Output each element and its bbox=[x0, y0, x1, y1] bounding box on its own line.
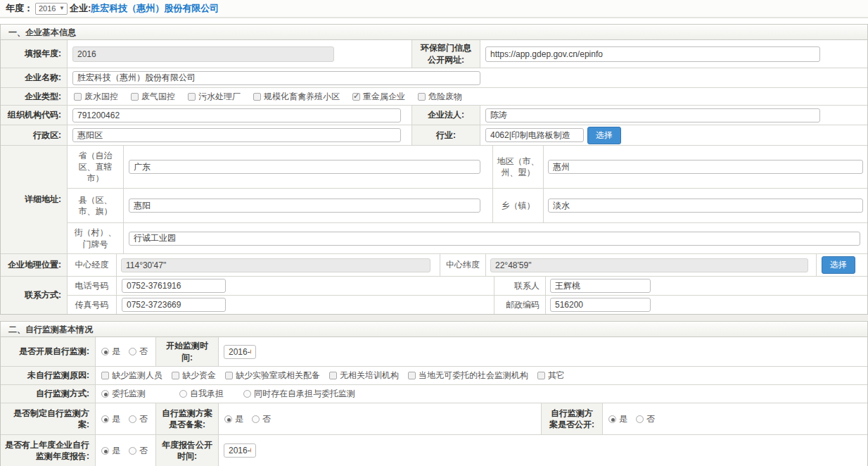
company-name-input[interactable] bbox=[72, 71, 480, 85]
env-site-label: 环保部门信息公开网址: bbox=[412, 40, 480, 68]
section-1-header: 一、企业基本信息 bbox=[0, 24, 868, 40]
contact-row-phone: 电话号码 联系人 bbox=[68, 277, 867, 296]
row-company-type: 企业类型: 废水国控 废气国控 污水处理厂 规模化畜禽养殖小区 重金属企业 危险… bbox=[1, 88, 867, 106]
county-cell bbox=[124, 189, 493, 222]
org-code-cell bbox=[68, 106, 412, 125]
checkbox-option[interactable]: 污水处理厂 bbox=[188, 91, 241, 103]
region-cell bbox=[544, 146, 867, 188]
method-options: 委托监测 自我承担 同时存在自承担与委托监测 bbox=[96, 385, 867, 403]
report-year-label: 填报年度: bbox=[1, 40, 68, 68]
geo-select-button[interactable]: 选择 bbox=[822, 256, 855, 274]
radio-icon bbox=[224, 415, 232, 423]
radio-option[interactable]: 同时存在自承担与委托监测 bbox=[243, 388, 355, 400]
legal-person-input[interactable] bbox=[485, 108, 820, 122]
checkbox-icon bbox=[537, 372, 545, 379]
radio-icon bbox=[636, 415, 644, 423]
industry-select-button[interactable]: 选择 bbox=[587, 127, 621, 144]
row-company-name: 企业名称: bbox=[1, 68, 867, 88]
checkbox-option[interactable]: 危险废物 bbox=[418, 91, 462, 103]
radio-option[interactable]: 否 bbox=[252, 413, 271, 425]
checkbox-option[interactable]: 缺少监测人员 bbox=[101, 370, 162, 382]
region-input[interactable] bbox=[548, 160, 863, 174]
contact-person-cell bbox=[546, 277, 867, 295]
industry-input[interactable] bbox=[485, 128, 584, 142]
zip-input[interactable] bbox=[550, 298, 651, 312]
province-label: 省（自治区、直辖市） bbox=[68, 146, 124, 188]
contact-person-label: 联系人 bbox=[494, 277, 546, 295]
phone-input[interactable] bbox=[122, 279, 226, 293]
radio-option[interactable]: 是 bbox=[101, 346, 120, 358]
address-label: 详细地址: bbox=[1, 146, 68, 253]
checkbox-option[interactable]: 规模化畜禽养殖小区 bbox=[253, 91, 340, 103]
checkbox-option[interactable]: 当地无可委托的社会监测机构 bbox=[408, 370, 528, 382]
contact-person-input[interactable] bbox=[550, 279, 651, 293]
top-bar: 年度： 2016 ▼ 企业: 胜宏科技（惠州）股份有限公司 bbox=[0, 0, 868, 18]
radio-icon bbox=[179, 390, 187, 398]
radio-option[interactable]: 否 bbox=[636, 413, 655, 425]
checkbox-option[interactable]: 废水国控 bbox=[74, 91, 118, 103]
section-2-header: 二、自行监测基本情况 bbox=[0, 321, 868, 337]
radio-option[interactable]: 是 bbox=[101, 445, 120, 457]
company-type-label: 企业类型: bbox=[1, 88, 68, 105]
radio-icon bbox=[252, 415, 260, 423]
radio-icon bbox=[243, 390, 251, 398]
conduct-options: 是 否 bbox=[96, 337, 156, 366]
province-cell bbox=[124, 146, 493, 188]
address-block: 省（自治区、直辖市） 地区（市、州、盟） 县（区、市、旗） 乡（镇） bbox=[68, 146, 867, 253]
zip-label: 邮政编码 bbox=[494, 296, 546, 314]
checkbox-icon bbox=[131, 93, 139, 101]
checkbox-option[interactable]: 废气国控 bbox=[131, 91, 175, 103]
env-site-input[interactable] bbox=[485, 46, 820, 62]
street-input[interactable] bbox=[129, 232, 860, 246]
contact-row-fax: 传真号码 邮政编码 bbox=[68, 296, 867, 314]
checkbox-icon bbox=[253, 93, 261, 101]
no-monitor-reason-label: 未自行监测原因: bbox=[1, 367, 96, 384]
checkbox-icon bbox=[352, 93, 360, 101]
report-time-cell bbox=[219, 435, 867, 466]
district-input[interactable] bbox=[72, 128, 401, 142]
checkbox-option[interactable]: 缺少资金 bbox=[172, 370, 216, 382]
town-input[interactable] bbox=[548, 199, 863, 213]
street-cell bbox=[124, 223, 867, 253]
checkbox-option[interactable]: 缺少实验室或相关配备 bbox=[225, 370, 320, 382]
radio-option[interactable]: 否 bbox=[129, 413, 148, 425]
lat-cell bbox=[486, 254, 817, 276]
radio-option[interactable]: 自我承担 bbox=[179, 388, 224, 400]
chevron-down-icon: ▼ bbox=[59, 6, 65, 11]
radio-option[interactable]: 委托监测 bbox=[101, 388, 146, 400]
start-time-input[interactable] bbox=[224, 345, 256, 359]
phone-label: 电话号码 bbox=[68, 277, 117, 295]
org-code-input[interactable] bbox=[72, 108, 401, 122]
company-name-label: 企业名称: bbox=[1, 68, 68, 87]
year-select[interactable]: 2016 ▼ bbox=[35, 3, 68, 15]
contact-block: 电话号码 联系人 传真号码 邮政编码 bbox=[68, 277, 867, 314]
radio-option[interactable]: 是 bbox=[224, 413, 243, 425]
checkbox-option[interactable]: 重金属企业 bbox=[352, 91, 405, 103]
checkbox-option[interactable]: 其它 bbox=[537, 370, 565, 382]
county-input[interactable] bbox=[129, 199, 480, 213]
radio-option[interactable]: 是 bbox=[608, 413, 627, 425]
radio-option[interactable]: 否 bbox=[129, 346, 148, 358]
checkbox-icon bbox=[225, 372, 233, 379]
zip-cell bbox=[546, 296, 867, 314]
checkbox-option[interactable]: 无相关培训机构 bbox=[329, 370, 399, 382]
radio-icon bbox=[129, 447, 136, 455]
geo-button-cell: 选择 bbox=[817, 254, 867, 276]
checkbox-icon bbox=[188, 93, 196, 101]
radio-option[interactable]: 是 bbox=[101, 413, 120, 425]
radio-option[interactable]: 否 bbox=[129, 445, 148, 457]
org-code-label: 组织机构代码: bbox=[1, 106, 68, 125]
province-input[interactable] bbox=[129, 160, 480, 174]
row-geo: 企业地理位置: 中心经度 中心纬度 选择 bbox=[1, 254, 867, 277]
town-label: 乡（镇） bbox=[493, 189, 544, 222]
company-name-link[interactable]: 胜宏科技（惠州）股份有限公司 bbox=[91, 2, 219, 15]
row-contact: 联系方式: 电话号码 联系人 传真号码 邮 bbox=[1, 277, 867, 314]
fax-input[interactable] bbox=[122, 298, 226, 312]
row-address: 详细地址: 省（自治区、直辖市） 地区（市、州、盟） 县（区、市、旗） bbox=[1, 146, 867, 254]
report-time-input[interactable] bbox=[224, 443, 256, 458]
row-district: 行政区: 行业: 选择 bbox=[1, 125, 867, 146]
plan-public-options: 是 否 bbox=[603, 403, 867, 434]
phone-cell bbox=[117, 277, 494, 295]
radio-icon bbox=[129, 348, 136, 355]
company-label: 企业: bbox=[70, 2, 91, 15]
